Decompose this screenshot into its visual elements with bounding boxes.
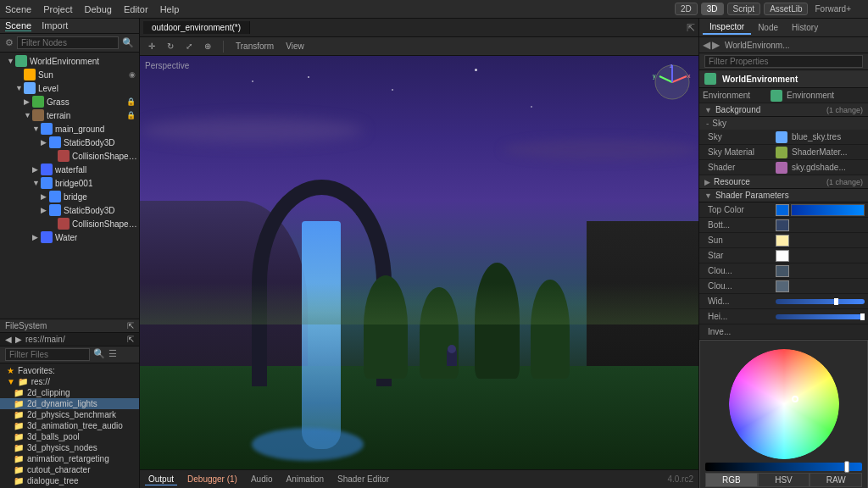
- tree-item-staticbody2[interactable]: ▶ StaticBody3D: [0, 203, 139, 217]
- prop-sky: Sky blue_sky.tres: [699, 130, 868, 145]
- color-wheel-wrapper[interactable]: [729, 349, 839, 459]
- width-slider[interactable]: [776, 299, 865, 304]
- mode-assetlib[interactable]: AssetLib: [764, 3, 808, 15]
- menu-debug[interactable]: Debug: [84, 4, 111, 14]
- menu-editor[interactable]: Editor: [124, 4, 148, 14]
- tree-item-bridge[interactable]: ▶ bridge: [0, 190, 139, 203]
- filter-files-menu-icon[interactable]: ☰: [108, 348, 117, 361]
- fs-item-cutout[interactable]: 📁 cutout_character: [0, 464, 139, 475]
- cloud1-swatch[interactable]: [776, 265, 789, 277]
- vp-scale-btn[interactable]: ⤢: [182, 41, 196, 52]
- tree-item-collision2[interactable]: CollisionShape3D: [0, 217, 139, 230]
- fs-item-dialogue[interactable]: 📁 dialogue_tree: [0, 475, 139, 486]
- fs-item-3d-balls[interactable]: 📁 3d_balls_pool: [0, 431, 139, 442]
- filter-nodes-input[interactable]: [17, 36, 119, 49]
- fs-item-2d-dynamic-lights[interactable]: 📁 2d_dynamic_lights: [0, 398, 139, 409]
- brightness-bar[interactable]: [705, 463, 862, 471]
- section-shader-header[interactable]: ▼ Shader Parameters: [699, 189, 868, 202]
- top-color-bar[interactable]: [791, 204, 865, 216]
- fs-item-anim-retarget[interactable]: 📁 animation_retargeting: [0, 453, 139, 464]
- tree-item-grass[interactable]: ▶ Grass 🔒: [0, 95, 139, 108]
- grass-label: Grass: [47, 97, 70, 107]
- star-swatch[interactable]: [776, 250, 789, 262]
- tree-item-water[interactable]: ▶ Water: [0, 230, 139, 244]
- color-wheel[interactable]: [729, 349, 839, 459]
- tree-item-level[interactable]: ▼ Level: [0, 81, 139, 95]
- tab-import[interactable]: Import: [42, 20, 68, 31]
- section-background-header[interactable]: ▼ Background (1 change): [699, 103, 868, 117]
- color-tab-rgb[interactable]: RGB: [705, 473, 758, 487]
- menu-project[interactable]: Project: [43, 4, 72, 14]
- insp-back-btn[interactable]: ◀: [703, 39, 710, 51]
- collision2-label: CollisionShape3D: [72, 219, 139, 229]
- fs-item-2d-clipping[interactable]: 📁 2d_clipping: [0, 387, 139, 398]
- bg-collapse-icon: ▼: [704, 106, 712, 114]
- star-3: [475, 69, 477, 71]
- height-slider[interactable]: [776, 314, 865, 319]
- mode-script[interactable]: Script: [727, 3, 761, 15]
- section-resource-header[interactable]: ▶ Resource (1 change): [699, 175, 868, 189]
- tab-animation[interactable]: Animation: [283, 474, 327, 485]
- fs-item-res[interactable]: ▼ 📁 res://: [0, 376, 139, 387]
- tree-item-sun[interactable]: Sun ◉: [0, 68, 139, 81]
- color-tab-raw[interactable]: RAW: [810, 473, 862, 487]
- mode-2d[interactable]: 2D: [675, 3, 698, 15]
- horizon-glow: [140, 283, 698, 324]
- tab-shader-editor[interactable]: Shader Editor: [334, 474, 392, 485]
- tree-item-collision1[interactable]: CollisionShape3D: [0, 149, 139, 163]
- tree-item-staticbody1[interactable]: ▶ StaticBody3D: [0, 136, 139, 149]
- filter-files-input[interactable]: [5, 348, 90, 361]
- tab-scene[interactable]: Scene: [5, 20, 31, 31]
- vp-move-btn[interactable]: ✛: [145, 41, 159, 52]
- tab-history[interactable]: History: [785, 21, 825, 34]
- filter-props-input[interactable]: [704, 55, 863, 68]
- menu-scene[interactable]: Scene: [5, 4, 31, 14]
- prop-shader-label: Shader: [708, 163, 776, 172]
- fs-item-3d-anim[interactable]: 📁 3d_animation_tree_audio: [0, 420, 139, 431]
- tree-item-main-ground[interactable]: ▼ main_ground: [0, 122, 139, 136]
- svg-text:z: z: [670, 63, 673, 69]
- color-wheel-overlay: [729, 349, 839, 459]
- ground: [140, 366, 698, 469]
- color-tab-hsv[interactable]: HSV: [758, 473, 810, 487]
- viewport-tab-outdoor[interactable]: outdoor_environment(*): [143, 21, 250, 34]
- viewport-canvas[interactable]: Perspective x y z: [140, 56, 698, 469]
- tab-inspector[interactable]: Inspector: [703, 20, 751, 35]
- water-label: Water: [55, 233, 77, 242]
- fs-item-3d-physics[interactable]: 📁 3d_physics_nodes: [0, 442, 139, 453]
- fs-expand-btn[interactable]: ⇱: [127, 335, 134, 344]
- vp-transform-btn[interactable]: Transform: [232, 41, 277, 52]
- inspector-panel: Inspector Node History ◀ ▶ WorldEnvironm…: [698, 19, 868, 488]
- tab-output[interactable]: Output: [145, 474, 177, 485]
- level-icon: [24, 82, 36, 94]
- fs-dialogue-label: dialogue_tree: [27, 476, 79, 485]
- tab-debugger[interactable]: Debugger (1): [184, 474, 241, 485]
- top-color-swatch[interactable]: [776, 204, 789, 216]
- tree-item-terrain[interactable]: ▼ terrain 🔒: [0, 108, 139, 122]
- sun-swatch[interactable]: [776, 235, 789, 247]
- menu-help[interactable]: Help: [160, 4, 180, 14]
- tree-item-waterfall[interactable]: ▶ waterfall: [0, 163, 139, 176]
- prop-cloud2-val: [776, 280, 865, 292]
- mode-3d[interactable]: 3D: [701, 3, 724, 15]
- fs-back-btn[interactable]: ◀: [5, 335, 12, 344]
- expand-icon[interactable]: ⇱: [687, 22, 695, 34]
- tree-item-bridge001[interactable]: ▼ bridge001: [0, 176, 139, 190]
- staticbody2-label: StaticBody3D: [64, 206, 115, 215]
- fs-forward-btn[interactable]: ▶: [15, 335, 22, 344]
- star-2: [392, 89, 393, 91]
- tab-node[interactable]: Node: [751, 21, 785, 34]
- insp-forward-btn[interactable]: ▶: [712, 39, 720, 51]
- tree-item-worldenv[interactable]: ▼ WorldEnvironment: [0, 54, 139, 68]
- prop-sky-val: blue_sky.tres: [776, 131, 865, 143]
- vp-view-btn[interactable]: View: [282, 41, 308, 52]
- prop-top-color-val[interactable]: [776, 204, 865, 216]
- cloud2-swatch[interactable]: [776, 280, 789, 292]
- nav-gizmo[interactable]: x y z: [651, 61, 693, 103]
- fs-item-2d-physics[interactable]: 📁 2d_physics_benchmark: [0, 409, 139, 420]
- bott-swatch[interactable]: [776, 219, 789, 231]
- fs-expand-icon[interactable]: ⇱: [127, 321, 134, 330]
- vp-rotate-btn[interactable]: ↻: [164, 41, 177, 52]
- tab-audio[interactable]: Audio: [248, 474, 276, 485]
- vp-local-btn[interactable]: ⊕: [201, 41, 214, 52]
